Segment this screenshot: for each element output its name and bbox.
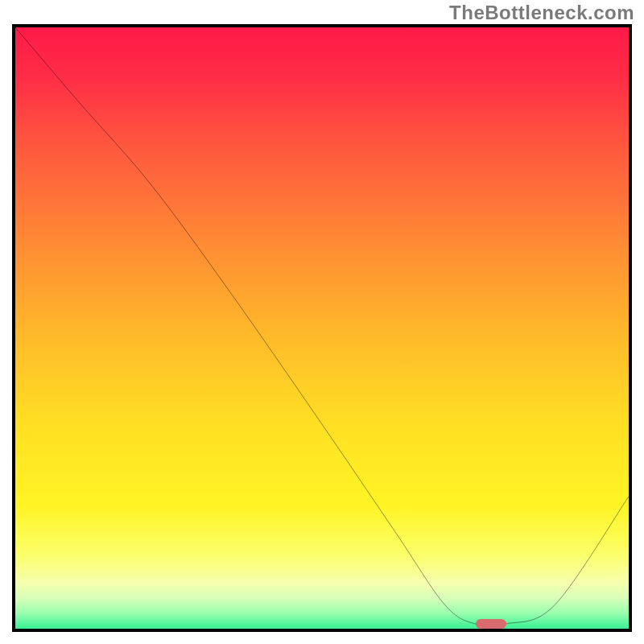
watermark-text: TheBottleneck.com [449,2,634,24]
bottleneck-curve [15,27,629,629]
plot-area [12,24,632,632]
optimal-range-marker [476,619,506,629]
